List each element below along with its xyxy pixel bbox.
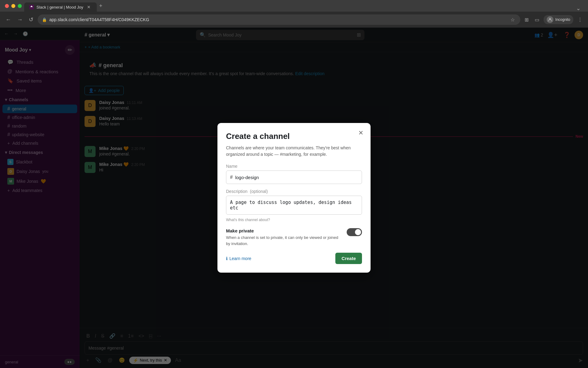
make-private-title: Make private (226, 228, 343, 233)
make-private-desc: When a channel is set to private, it can… (226, 235, 343, 247)
modal-footer: ℹ Learn more Create (226, 253, 362, 264)
channel-name-input-wrapper[interactable]: # (226, 171, 362, 184)
tab-bar: Slack | general | Mood Joy ✕ + ⌄ (0, 0, 588, 12)
modal-subtitle: Channels are where your team communicate… (226, 145, 362, 158)
create-channel-button[interactable]: Create (335, 253, 362, 264)
bookmark-star-icon[interactable]: ☆ (509, 17, 516, 23)
info-icon: ℹ (226, 256, 228, 261)
learn-more-link[interactable]: ℹ Learn more (226, 256, 251, 261)
close-button[interactable] (5, 4, 9, 8)
description-hint: What's this channel about? (226, 218, 362, 222)
extensions-icon[interactable]: ⊞ (523, 15, 530, 25)
back-button[interactable]: ← (4, 15, 13, 25)
window-controls (2, 4, 24, 8)
minimize-button[interactable] (11, 4, 15, 8)
reload-button[interactable]: ↺ (27, 14, 35, 25)
description-label: Description (optional) (226, 189, 362, 194)
modal-overlay[interactable]: ✕ Create a channel Channels are where yo… (0, 28, 588, 368)
address-bar[interactable]: 🔒 app.slack.com/client/T04A4T58F4H/C049K… (38, 14, 520, 25)
maximize-button[interactable] (18, 4, 22, 8)
tab-title: Slack | general | Mood Joy (36, 5, 83, 10)
modal-close-button[interactable]: ✕ (356, 128, 366, 138)
address-bar-row: ← → ↺ 🔒 app.slack.com/client/T04A4T58F4H… (0, 12, 588, 28)
modal-title: Create a channel (226, 132, 362, 141)
address-text: app.slack.com/client/T04A4T58F4H/C049KKZ… (49, 17, 507, 22)
description-optional: (optional) (250, 189, 268, 194)
lock-icon: 🔒 (42, 17, 47, 22)
make-private-text: Make private When a channel is set to pr… (226, 228, 343, 247)
incognito-label: Incognito (555, 17, 570, 22)
browser-tab[interactable]: Slack | general | Mood Joy ✕ (24, 2, 97, 12)
create-channel-modal: ✕ Create a channel Channels are where yo… (217, 123, 371, 273)
new-tab-button[interactable]: + (97, 3, 105, 9)
channel-name-input[interactable] (235, 175, 358, 180)
incognito-avatar (547, 16, 553, 23)
learn-more-text: Learn more (229, 256, 251, 261)
channel-description-input[interactable]: A page to discuss logo updates, design i… (226, 196, 362, 215)
incognito-badge[interactable]: Incognito (544, 15, 573, 24)
tab-close-icon[interactable]: ✕ (86, 4, 92, 10)
browser-right-icons: ⊞ ▭ Incognito ⋮ (523, 15, 584, 25)
browser-chrome: Slack | general | Mood Joy ✕ + ⌄ ← → ↺ 🔒… (0, 0, 588, 28)
make-private-toggle[interactable] (347, 228, 362, 236)
tab-favicon (29, 5, 34, 10)
forward-button[interactable]: → (15, 15, 24, 25)
hash-prefix-icon: # (230, 174, 233, 180)
more-options-icon[interactable]: ⋮ (576, 15, 584, 25)
name-label: Name (226, 164, 362, 169)
minimize-window-icon[interactable]: ⌄ (576, 5, 581, 12)
make-private-row: Make private When a channel is set to pr… (226, 228, 362, 247)
cast-icon[interactable]: ▭ (533, 15, 541, 25)
toggle-thumb (355, 229, 361, 235)
